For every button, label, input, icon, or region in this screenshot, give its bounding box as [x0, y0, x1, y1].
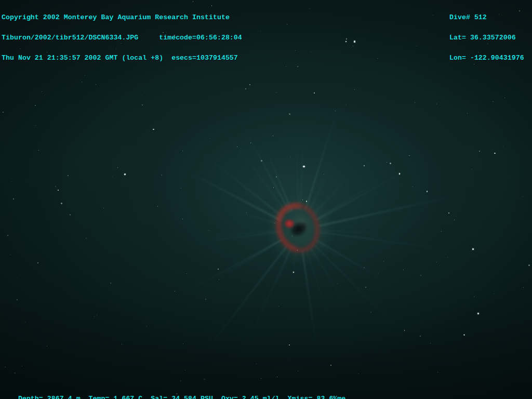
telemetry-line: Depth= 2867.4 m Temp= 1.667 C Sal= 34.58…: [18, 395, 345, 399]
latitude: Lat= 36.33572006: [449, 34, 524, 41]
overlay-top-right: Dive# 512 Lat= 36.33572006 Lon= -122.904…: [449, 1, 524, 75]
overlay-bottom-telemetry: Depth= 2867.4 m Temp= 1.667 C Sal= 34.58…: [2, 389, 345, 399]
file-timecode-line: Tiburon/2002/tibr512/DSCN6334.JPG timeco…: [2, 34, 242, 41]
datetime-esecs-line: Thu Nov 21 21:35:57 2002 GMT (local +8) …: [2, 55, 242, 61]
rov-video-frame: Copyright 2002 Monterey Bay Aquarium Res…: [0, 0, 532, 399]
dive-number: Dive# 512: [449, 14, 524, 21]
longitude: Lon= -122.90431976: [449, 55, 524, 61]
copyright-line: Copyright 2002 Monterey Bay Aquarium Res…: [2, 14, 242, 21]
overlay-top-left: Copyright 2002 Monterey Bay Aquarium Res…: [2, 1, 242, 75]
